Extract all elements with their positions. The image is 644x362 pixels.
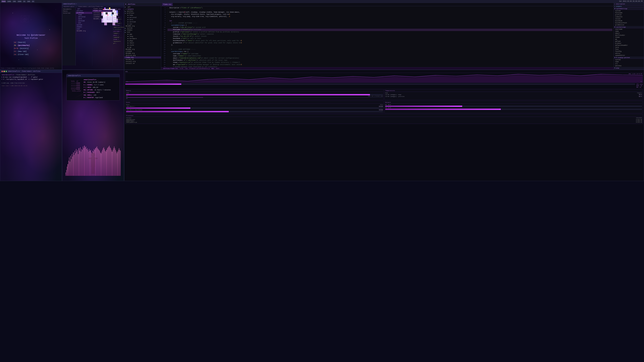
viz-bar-58 xyxy=(106,151,106,176)
viz-bar-54 xyxy=(103,148,103,176)
sysmon-disks-panel: Disks MountSize /dev/de-0 / 504GB /dev/d… xyxy=(125,101,322,113)
sysmon-body: CPU CPU: 1.53 1.14 0.78 60s 0s CPU lineA… xyxy=(124,70,322,181)
fm-file-flakenix[interactable]: flake.nix2.25 K xyxy=(92,10,112,12)
status-left: Tech 100% 20% 100% 25 100 25 xyxy=(1,0,34,2)
fm-dir-work[interactable]: work xyxy=(76,18,92,20)
term-line-1: emmet@snowfire ~/home/emmet/.dotfiles xyxy=(2,74,60,76)
viz-bar-5 xyxy=(69,157,70,176)
tree-item-outputs[interactable]: ▸ outputs xyxy=(124,8,161,10)
fm-dir-themes[interactable]: themes xyxy=(76,26,92,28)
close-button[interactable] xyxy=(2,71,3,72)
tree-item-themes[interactable]: ▶themes xyxy=(124,29,161,31)
fm-file-installnix[interactable]: install.nix xyxy=(92,12,112,14)
fm-dir-patches[interactable]: patches xyxy=(76,10,92,12)
viz-bar-26 xyxy=(84,148,84,176)
tree-item-lang[interactable]: ▶ lang xyxy=(124,35,161,37)
proc-name-3: pipewire-pu xyxy=(129,122,322,123)
fm-dir-profiles[interactable]: profiles xyxy=(76,12,92,14)
tree-item-style[interactable]: ▶ style xyxy=(124,44,161,46)
viz-bar-66 xyxy=(111,150,112,176)
cpu-bar-container: CPU lineAVG: 130%: 11 xyxy=(125,83,322,88)
brightness-tag: 100 xyxy=(27,0,30,2)
fm-file-installorg[interactable]: install.org xyxy=(92,14,112,16)
viz-bar-3 xyxy=(68,164,68,176)
code-line-21: userSettings = rec { xyxy=(168,51,322,53)
qutebrowser-window: ................... ... .:::. .... .. .:… xyxy=(0,3,62,70)
viz-bar-22 xyxy=(81,151,81,176)
tree-item-wsl[interactable]: ▶ wsl xyxy=(124,23,161,25)
fm-file-license[interactable]: LICENSE34.2 K xyxy=(92,16,112,18)
fm-dir-wsl[interactable]: wsl xyxy=(76,22,92,24)
tree-item-readmeorg[interactable]: README.org xyxy=(124,25,161,27)
viz-bar-70 xyxy=(114,146,114,176)
tree-item-personal[interactable]: ▶ personal xyxy=(124,16,161,18)
tree-item-readme2[interactable]: README.org xyxy=(124,52,161,54)
vol-tag: 25 xyxy=(23,0,26,2)
sidebar-item-music[interactable]: Music xyxy=(62,10,76,12)
filemanager-col-dirs: .git patches profiles home personal work… xyxy=(76,7,92,65)
neofetch-window: emmet@snowfire \\\\ // ::::::#### ;;;;;;… xyxy=(62,70,124,181)
tree-item-shell[interactable]: ▶ shell xyxy=(124,42,161,44)
tree-item-license[interactable]: LICENSE xyxy=(124,50,161,52)
viz-bar-7 xyxy=(70,156,71,176)
filemanager-header: emmetSnowfire:~ xyxy=(62,3,124,5)
viz-bar-60 xyxy=(107,148,108,176)
disk-mount-1: /dev/de-0 / xyxy=(126,106,135,107)
fm-dir-personal[interactable]: personal xyxy=(76,16,92,18)
disk-bar-2 xyxy=(126,111,322,112)
tree-item-user[interactable]: ▶user xyxy=(124,31,161,33)
code-line-20: # ----- USER SETTINGS ----- xyxy=(168,48,322,51)
tree-item-desktop[interactable]: desktop.png xyxy=(124,54,161,56)
tree-item-readme[interactable]: README.org xyxy=(124,48,161,50)
tree-item-profiles[interactable]: ▼profiles xyxy=(124,12,161,14)
tree-item-flakenix[interactable]: flake.nix xyxy=(124,56,161,58)
fm-file-readmeorg[interactable]: README.org38.8 K xyxy=(92,18,112,20)
viz-bar-38 xyxy=(92,153,92,176)
tree-item-pkgs[interactable]: ▶ pkgs xyxy=(124,40,161,42)
tree-item-hardware[interactable]: ▶ hardware xyxy=(124,37,161,40)
sidebar-item-external[interactable]: External xyxy=(62,12,76,14)
code-line-4: nix-straight, stylix, blocklist-hosts, h… xyxy=(168,13,322,15)
tree-item-installsh[interactable]: install.sh xyxy=(124,62,161,64)
tree-item-installorg[interactable]: install.org xyxy=(124,60,161,62)
minimize-button[interactable] xyxy=(4,71,5,72)
fm-dir-worklab[interactable]: worklab xyxy=(76,20,92,22)
viz-bar-73 xyxy=(116,151,116,176)
tree-item-home[interactable]: ▶ home xyxy=(124,14,161,16)
sysmon-grid: Memory 100% 0% RAM: 95 5.76/18/2.01B 0% … xyxy=(125,89,322,113)
fm-dir-git[interactable]: .git xyxy=(76,8,92,10)
workspace-tag-tech[interactable]: Tech xyxy=(1,0,6,2)
tree-item-git[interactable]: ▶.git xyxy=(124,6,161,8)
tree-item-worklab[interactable]: ▶ worklab xyxy=(124,21,161,23)
tree-item-system[interactable]: ▶system xyxy=(124,27,161,29)
tree-item-wm[interactable]: ▶ wm xyxy=(124,46,161,48)
filemanager-col-files: flake.lock22.5 K flake.nix2.25 K install… xyxy=(92,7,112,65)
fm-file-readme[interactable]: README.org xyxy=(76,30,92,32)
viz-bar-71 xyxy=(115,148,115,176)
tree-item-work[interactable]: ▶ work xyxy=(124,18,161,21)
tree-item-app[interactable]: ▶ app xyxy=(124,33,161,35)
viz-bar-14 xyxy=(75,153,76,176)
tree-item-hardensh[interactable]: harden.sh xyxy=(124,58,161,60)
editor-tab-flakenix[interactable]: flake.nix xyxy=(162,3,173,6)
sidebar-item-documents[interactable]: Documents xyxy=(62,8,76,10)
tree-item-patches[interactable]: ▶patches xyxy=(124,10,161,12)
viz-bar-1 xyxy=(66,170,66,176)
fm-dir-system[interactable]: system xyxy=(76,24,92,26)
viz-bar-0 xyxy=(66,172,66,176)
viz-bar-6 xyxy=(70,162,70,176)
code-line-28: # window manager type (hyprland or i3) t… xyxy=(168,66,322,67)
disk-bar-fill-2 xyxy=(126,111,229,112)
viz-bar-57 xyxy=(105,151,105,176)
code-line-8: # ----- SYSTEM SETTINGS ----- xyxy=(168,22,322,24)
viz-bar-78 xyxy=(120,150,120,176)
sysmon-disks-title: Disks xyxy=(126,102,322,104)
fm-dir-user[interactable]: user xyxy=(76,28,92,30)
fm-file-flakelock[interactable]: flake.lock22.5 K xyxy=(92,8,112,10)
toolbar-path-full: /home/emmet/.dotfiles/flake.nix xyxy=(78,6,103,7)
viz-bar-46 xyxy=(98,148,98,176)
maximize-button[interactable] xyxy=(6,71,7,72)
battery-status: 100% xyxy=(7,0,12,2)
fm-dir-home[interactable]: home xyxy=(76,14,92,16)
code-line-18: }; xyxy=(168,44,322,46)
